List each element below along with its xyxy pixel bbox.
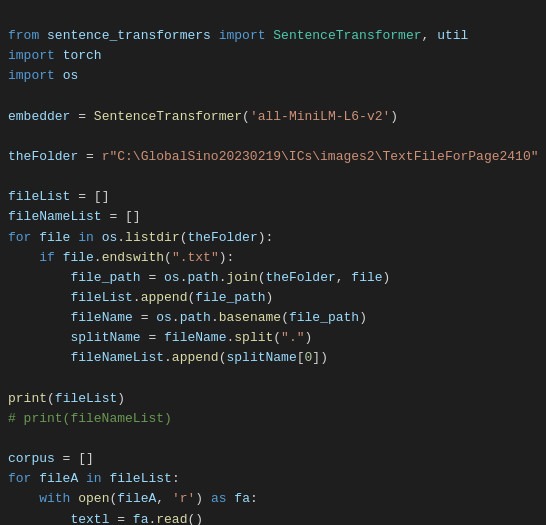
- var-fileName: fileName: [70, 310, 132, 325]
- var-fileList2: fileList: [70, 290, 132, 305]
- var-fileList: fileList: [8, 189, 70, 204]
- string-txt-ext: ".txt": [172, 250, 219, 265]
- method-endswith: endswith: [102, 250, 164, 265]
- var-fileName2: fileName: [164, 330, 226, 345]
- module-os: os: [63, 68, 79, 83]
- keyword-with: with: [39, 491, 70, 506]
- method-append-filepath: append: [141, 290, 188, 305]
- arg-file-path: file_path: [195, 290, 265, 305]
- arg-fileList3: fileList: [55, 391, 117, 406]
- call-os-listdir: os: [102, 230, 118, 245]
- arg-file: file: [351, 270, 382, 285]
- ref-path: path: [187, 270, 218, 285]
- keyword-as: as: [211, 491, 227, 506]
- string-folder-path: r"C:\GlobalSino20230219\ICs\images2\Text…: [102, 149, 539, 164]
- builtin-open: open: [78, 491, 109, 506]
- var-textl: textl: [70, 512, 109, 525]
- call-print-fileList: print: [8, 391, 47, 406]
- loop-var-file: file: [39, 230, 70, 245]
- string-mode-r: 'r': [172, 491, 195, 506]
- var-fileNameList2: fileNameList: [70, 350, 164, 365]
- var-fileNameList: fileNameList: [8, 209, 102, 224]
- keyword-import-torch: import: [8, 48, 55, 63]
- arg-theFolder: theFolder: [188, 230, 258, 245]
- method-read: read: [156, 512, 187, 525]
- method-basename: basename: [219, 310, 281, 325]
- keyword-in2: in: [86, 471, 102, 486]
- ref-fa: fa: [133, 512, 149, 525]
- var-fa: fa: [234, 491, 250, 506]
- var-theFolder: theFolder: [8, 149, 78, 164]
- keyword-import: import: [219, 28, 266, 43]
- module-torch: torch: [63, 48, 102, 63]
- comment-print-fileNameList: # print(fileNameList): [8, 411, 172, 426]
- var-embedder: embedder: [8, 109, 70, 124]
- loop-var-fileA: fileA: [39, 471, 78, 486]
- method-join: join: [227, 270, 258, 285]
- ref-path2: path: [180, 310, 211, 325]
- code-editor: from sentence_transformers import Senten…: [8, 6, 538, 525]
- module-sentence-transformers: sentence_transformers: [47, 28, 211, 43]
- method-listdir: listdir: [125, 230, 180, 245]
- arg-fileA: fileA: [117, 491, 156, 506]
- class-SentenceTransformer: SentenceTransformer: [273, 28, 421, 43]
- string-dot: ".": [281, 330, 304, 345]
- keyword-from: from: [8, 28, 39, 43]
- string-model-name: 'all-MiniLM-L6-v2': [250, 109, 390, 124]
- ref-fileList4: fileList: [109, 471, 171, 486]
- ref-os2: os: [156, 310, 172, 325]
- var-corpus: corpus: [8, 451, 55, 466]
- keyword-import-os: import: [8, 68, 55, 83]
- var-file-endswith: file: [63, 250, 94, 265]
- var-splitName2: splitName: [226, 350, 296, 365]
- arg-file-path2: file_path: [289, 310, 359, 325]
- call-SentenceTransformer: SentenceTransformer: [94, 109, 242, 124]
- method-append-splitname: append: [172, 350, 219, 365]
- keyword-for2: for: [8, 471, 31, 486]
- keyword-in: in: [78, 230, 94, 245]
- ref-os: os: [164, 270, 180, 285]
- arg-theFolder2: theFolder: [266, 270, 336, 285]
- var-splitName: splitName: [70, 330, 140, 345]
- module-util: util: [437, 28, 468, 43]
- method-split: split: [234, 330, 273, 345]
- keyword-for: for: [8, 230, 31, 245]
- var-file-path: file_path: [70, 270, 140, 285]
- keyword-if: if: [39, 250, 55, 265]
